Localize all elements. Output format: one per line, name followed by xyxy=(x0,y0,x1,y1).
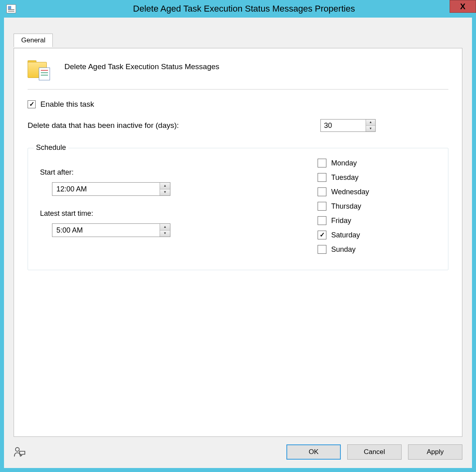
enable-task-row: Enable this task xyxy=(28,100,448,109)
enable-task-checkbox[interactable] xyxy=(28,100,36,108)
tab-panel-general: Delete Aged Task Execution Status Messag… xyxy=(14,48,462,437)
day-checkbox-tuesday[interactable] xyxy=(318,173,326,182)
day-label: Thursday xyxy=(331,202,361,211)
window-frame: Delete Aged Task Execution Status Messag… xyxy=(0,0,476,472)
spinner-arrows: ▲ ▼ xyxy=(366,119,375,131)
day-row: Friday xyxy=(318,216,436,225)
svg-point-0 xyxy=(16,448,19,451)
day-row: Saturday xyxy=(318,231,436,239)
ok-button[interactable]: OK xyxy=(286,444,341,460)
spinner-down-icon[interactable]: ▼ xyxy=(366,126,375,132)
inactive-days-label: Delete data that has been inactive for (… xyxy=(28,121,179,130)
apply-button[interactable]: Apply xyxy=(408,444,462,460)
cancel-button[interactable]: Cancel xyxy=(347,444,402,460)
day-checkbox-wednesday[interactable] xyxy=(318,187,326,196)
day-row: Tuesday xyxy=(318,173,436,182)
latest-start-spinner[interactable]: ▲ ▼ xyxy=(52,223,170,237)
day-row: Monday xyxy=(318,159,436,167)
day-label: Sunday xyxy=(331,245,356,254)
close-icon: X xyxy=(460,2,465,11)
task-header: Delete Aged Task Execution Status Messag… xyxy=(28,60,448,80)
window-title: Delete Aged Task Execution Status Messag… xyxy=(16,4,472,14)
schedule-group: Schedule Start after: ▲ ▼ Late xyxy=(28,148,448,270)
window-icon xyxy=(6,4,16,13)
spinner-arrows: ▲ ▼ xyxy=(160,183,170,195)
spinner-down-icon[interactable]: ▼ xyxy=(160,231,170,237)
latest-start-label: Latest start time: xyxy=(40,209,316,218)
divider xyxy=(28,89,448,90)
task-name-label: Delete Aged Task Execution Status Messag… xyxy=(64,62,219,71)
schedule-days: MondayTuesdayWednesdayThursdayFridaySatu… xyxy=(316,159,436,259)
day-checkbox-monday[interactable] xyxy=(318,159,326,167)
day-checkbox-thursday[interactable] xyxy=(318,202,326,211)
client-area: General Delete Aged Task Execution Statu… xyxy=(4,18,472,468)
spinner-up-icon[interactable]: ▲ xyxy=(366,119,375,126)
day-label: Tuesday xyxy=(331,173,358,182)
day-checkbox-friday[interactable] xyxy=(318,216,326,225)
user-comment-icon xyxy=(14,446,26,458)
start-after-label: Start after: xyxy=(40,168,316,177)
titlebar[interactable]: Delete Aged Task Execution Status Messag… xyxy=(4,0,472,18)
day-row: Thursday xyxy=(318,202,436,211)
inactive-days-row: Delete data that has been inactive for (… xyxy=(28,119,448,132)
latest-start-input[interactable] xyxy=(52,224,160,237)
day-label: Friday xyxy=(331,217,351,225)
start-after-input[interactable] xyxy=(52,183,160,195)
schedule-times: Start after: ▲ ▼ Latest start time: xyxy=(40,159,316,259)
day-checkbox-saturday[interactable] xyxy=(318,231,326,239)
close-button[interactable]: X xyxy=(450,0,476,13)
spinner-arrows: ▲ ▼ xyxy=(160,224,170,237)
start-after-spinner[interactable]: ▲ ▼ xyxy=(52,182,170,196)
button-bar: OK Cancel Apply xyxy=(14,443,462,461)
day-row: Sunday xyxy=(318,245,436,254)
schedule-legend: Schedule xyxy=(34,143,68,152)
day-label: Monday xyxy=(331,159,357,167)
spinner-up-icon[interactable]: ▲ xyxy=(160,183,170,189)
day-row: Wednesday xyxy=(318,187,436,196)
tab-strip: General xyxy=(14,34,53,47)
tab-general[interactable]: General xyxy=(14,34,53,47)
day-label: Wednesday xyxy=(331,188,369,196)
inactive-days-input[interactable] xyxy=(321,119,366,131)
enable-task-label: Enable this task xyxy=(40,100,94,109)
task-folder-icon xyxy=(28,60,50,80)
day-checkbox-sunday[interactable] xyxy=(318,245,326,254)
inactive-days-spinner[interactable]: ▲ ▼ xyxy=(320,119,376,132)
day-label: Saturday xyxy=(331,231,360,239)
spinner-up-icon[interactable]: ▲ xyxy=(160,224,170,231)
spinner-down-icon[interactable]: ▼ xyxy=(160,189,170,196)
